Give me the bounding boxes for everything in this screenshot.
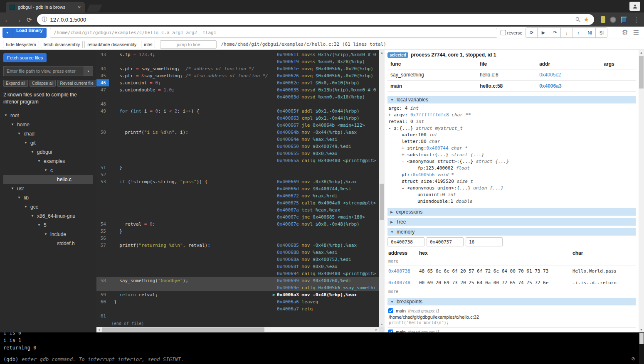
- return-button[interactable]: ↑: [572, 27, 584, 38]
- instruction-address[interactable]: 0x400699: [277, 278, 299, 283]
- instruction-address[interactable]: 0x40067c: [277, 214, 299, 220]
- extension-icon[interactable]: [601, 16, 605, 23]
- line-number[interactable]: 43: [96, 51, 109, 65]
- extension-icon[interactable]: [621, 17, 627, 23]
- instruction-address[interactable]: 0x400655: [277, 151, 299, 156]
- tree-node-home[interactable]: ▼home: [3, 120, 93, 129]
- scrollbar-thumb[interactable]: [639, 333, 644, 344]
- scroll-down-icon[interactable]: ▼: [379, 322, 385, 327]
- tree-node-hello.c[interactable]: ▼hello.c: [3, 175, 93, 184]
- tab-close-icon[interactable]: ✕: [78, 5, 81, 10]
- expand-all-button[interactable]: Expand all: [3, 80, 28, 87]
- instruction-address[interactable]: 0x4006a7: [277, 306, 299, 312]
- local-variable[interactable]: retval: 0 int: [387, 118, 636, 125]
- instruction-address[interactable]: 0x40068a: [277, 257, 299, 262]
- line-number[interactable]: 49: [96, 108, 109, 129]
- memory-address-link[interactable]: 0x400748: [388, 280, 410, 285]
- console-scrollbar[interactable]: [639, 332, 644, 364]
- tree-node-examples[interactable]: ▼examples: [3, 157, 93, 166]
- line-number[interactable]: 60: [96, 298, 109, 312]
- jump-to-line-input[interactable]: [160, 40, 217, 49]
- local-variable[interactable]: argc: 4 int: [387, 105, 636, 112]
- instruction-address[interactable]: 0x4006a6: [277, 299, 299, 305]
- frame-address-link[interactable]: 0x4006a3: [539, 83, 561, 89]
- binary-path-input[interactable]: [50, 28, 497, 38]
- local-variable[interactable]: value:100 int: [387, 132, 636, 138]
- section-tree[interactable]: ▶ Tree: [387, 218, 636, 226]
- code-horizontal-scrollbar[interactable]: ◄ ►: [96, 327, 379, 332]
- instruction-address[interactable]: 0x400650: [277, 144, 299, 149]
- collapse-icon[interactable]: -: [388, 125, 394, 131]
- line-number[interactable]: 58: [96, 277, 109, 291]
- address-link[interactable]: 0x7fffffffdfc8: [410, 112, 449, 118]
- memory-end-address-input[interactable]: [427, 237, 464, 246]
- local-variable[interactable]: struct_size:4195520 size_t: [387, 178, 636, 185]
- tree-node-gdbgui[interactable]: ▼gdbgui: [3, 148, 93, 157]
- reveal-current-file-button[interactable]: Reveal current file: [57, 80, 96, 87]
- browser-menu-icon[interactable]: ⋮: [634, 17, 640, 23]
- breakpoint-checkbox[interactable]: [388, 330, 393, 332]
- section-expressions[interactable]: ▶ expressions: [387, 208, 636, 216]
- breakpoint-location[interactable]: /home/chad/git/gdbgui/examples/c/hello.c…: [389, 315, 635, 320]
- local-variable[interactable]: - <anonymous struct>:{...} struct {...}: [387, 158, 636, 165]
- scroll-down-icon[interactable]: ▼: [639, 327, 644, 332]
- local-variable[interactable]: + argv: 0x7fffffffdfc8 char **: [387, 112, 636, 118]
- gdb-command-input[interactable]: [22, 357, 625, 362]
- settings-gear-icon[interactable]: ⚙: [622, 28, 628, 37]
- scrollbar-thumb[interactable]: [639, 56, 644, 89]
- local-variable[interactable]: - <anonymous union>:{...} union {...}: [387, 185, 636, 192]
- right-panel-scrollbar[interactable]: ▲ ▼: [639, 50, 644, 332]
- step-instruction-button[interactable]: SI: [595, 27, 607, 38]
- expand-icon[interactable]: +: [402, 145, 407, 151]
- instruction-address[interactable]: 0x40067e: [277, 221, 299, 227]
- line-number[interactable]: 53: [96, 178, 109, 221]
- instruction-address[interactable]: 0x40067a: [277, 207, 299, 213]
- instruction-address[interactable]: 0x40062e: [277, 80, 299, 86]
- fetch-disassembly-button[interactable]: fetch disassembly: [41, 41, 83, 48]
- local-variable[interactable]: + substruct:{...} struct {...}: [387, 152, 636, 158]
- instruction-address[interactable]: 0x400672: [277, 193, 299, 199]
- instruction-address[interactable]: 0x400685: [277, 243, 299, 248]
- address-link[interactable]: 0x4005b6: [413, 172, 435, 177]
- collapse-all-button[interactable]: Collapse all: [30, 80, 56, 87]
- line-number[interactable]: 54: [96, 221, 109, 228]
- tree-node-root[interactable]: ▼root: [3, 111, 93, 120]
- info-icon[interactable]: ⓘ: [42, 16, 47, 23]
- line-number[interactable]: 46: [96, 79, 109, 86]
- zoom-icon[interactable]: [575, 17, 581, 22]
- tree-node-chad[interactable]: ▼chad: [3, 129, 93, 138]
- back-icon[interactable]: ←: [4, 17, 10, 23]
- line-number[interactable]: 45: [96, 72, 109, 79]
- local-variable[interactable]: fp:123.400002 float: [387, 165, 636, 172]
- profile-button[interactable]: [629, 2, 640, 11]
- instruction-address[interactable]: 0x40063d: [277, 94, 299, 100]
- instruction-address[interactable]: 0x40065f: [277, 108, 299, 114]
- line-number[interactable]: 61: [96, 312, 109, 320]
- breakpoint-checkbox[interactable]: [388, 308, 393, 313]
- instruction-address[interactable]: 0x400667: [277, 123, 299, 128]
- extension-icon[interactable]: [610, 17, 616, 23]
- restart-button[interactable]: ⟳: [526, 27, 538, 38]
- stack-frame[interactable]: say_somethinghello.c:60x4005c2: [387, 69, 636, 81]
- file-path-input[interactable]: [3, 66, 84, 76]
- browser-tab[interactable]: gdbgui - gdb in a brows ✕: [6, 2, 85, 12]
- local-variable[interactable]: uniondouble:1 double: [387, 198, 636, 205]
- tree-node-c[interactable]: ▼c: [3, 166, 93, 175]
- collapse-icon[interactable]: -: [402, 185, 407, 191]
- line-number[interactable]: 52: [96, 171, 109, 178]
- instruction-address[interactable]: 0x400619: [277, 59, 299, 64]
- line-number[interactable]: 48: [96, 101, 109, 108]
- line-number[interactable]: 55: [96, 228, 109, 235]
- tree-node-include[interactable]: ▼include: [3, 230, 93, 239]
- scroll-right-icon[interactable]: ►: [374, 327, 379, 332]
- memory-address-link[interactable]: 0x400738: [388, 268, 410, 274]
- tree-node-x86_64-linux-gnu[interactable]: ▼x86_64-linux-gnu: [3, 212, 93, 221]
- instruction-address[interactable]: 0x4006a3: [277, 292, 299, 298]
- local-variable[interactable]: - s:{...} struct mystruct_t: [387, 125, 636, 132]
- instruction-address[interactable]: 0x40061e: [277, 66, 299, 71]
- instruction-address[interactable]: 0x400688: [277, 250, 299, 255]
- reverse-checkbox[interactable]: [501, 30, 506, 35]
- address-link[interactable]: 0x400744: [427, 145, 449, 151]
- local-variable[interactable]: ptr:0x4005b6 void *: [387, 172, 636, 178]
- instruction-address[interactable]: 0x400663: [277, 116, 299, 121]
